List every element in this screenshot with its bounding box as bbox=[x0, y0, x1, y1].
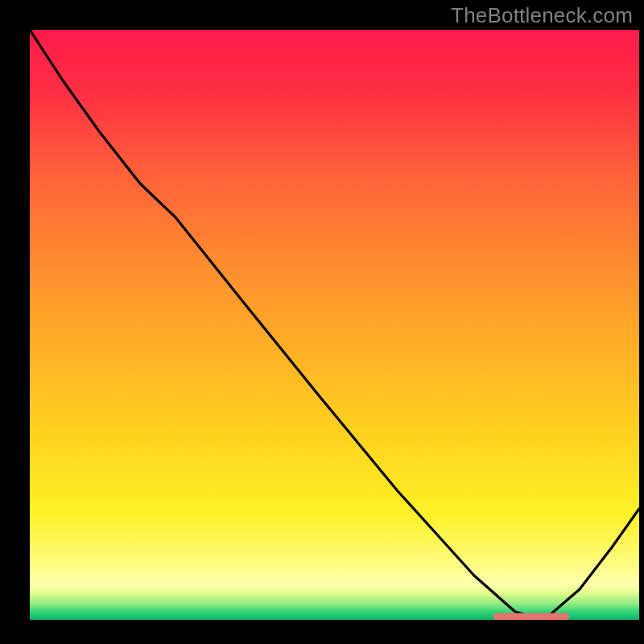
heat-gradient-background bbox=[30, 30, 639, 620]
app-root: TheBottleneck.com bbox=[0, 0, 644, 644]
watermark-label: TheBottleneck.com bbox=[451, 3, 633, 28]
bottleneck-chart bbox=[0, 0, 644, 644]
optimal-range-marker bbox=[493, 613, 569, 621]
